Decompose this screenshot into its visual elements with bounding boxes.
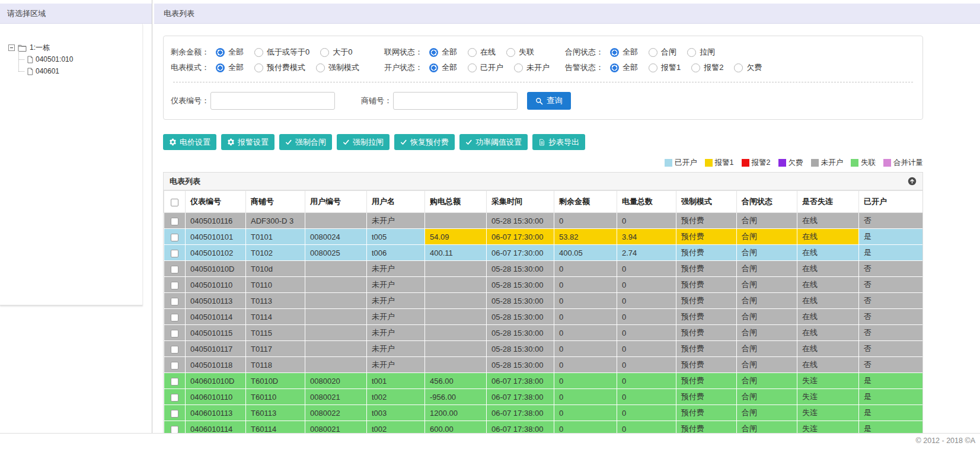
radio-label: 全部 — [228, 47, 244, 58]
radio-option[interactable]: 强制模式 — [316, 62, 359, 73]
table-cell: 0 — [617, 405, 676, 421]
radio-option[interactable]: 合闸 — [649, 47, 676, 58]
radio-option[interactable]: 全部 — [429, 62, 457, 73]
table-cell: 0405010118 — [186, 357, 246, 373]
filter-group: 开户状态：全部已开户未开户 — [384, 62, 565, 73]
row-select-cell — [164, 405, 186, 421]
table-row: 040501010DT010d未开户05-28 15:30:0000预付费合闸在… — [164, 261, 924, 277]
shop-no-input[interactable] — [393, 92, 518, 110]
radio-label: 未开户 — [526, 62, 550, 73]
action-button[interactable]: 强制拉闸 — [337, 134, 390, 150]
radio-label: 报警2 — [704, 62, 723, 73]
row-checkbox[interactable] — [171, 410, 178, 418]
collapse-panel-button[interactable] — [908, 177, 917, 186]
action-button-label: 报警设置 — [238, 137, 269, 148]
table-cell: 是 — [859, 421, 924, 434]
radio-option[interactable]: 欠费 — [734, 62, 762, 73]
radio-label: 全部 — [442, 62, 457, 73]
action-button-label: 抄表导出 — [548, 137, 579, 148]
radio-icon — [468, 63, 477, 72]
table-cell: 05-28 15:30:00 — [487, 213, 554, 229]
table-cell: t003 — [367, 405, 425, 421]
row-select-cell — [164, 309, 186, 325]
radio-option[interactable]: 报警1 — [649, 62, 681, 73]
row-checkbox[interactable] — [171, 426, 178, 433]
row-checkbox[interactable] — [171, 314, 178, 321]
table-cell: 0 — [617, 325, 676, 341]
table-row: 0405010101T01010080024t00554.0906-07 17:… — [164, 229, 924, 245]
row-checkbox[interactable] — [171, 298, 178, 305]
table-row: 0405010113T0113未开户05-28 15:30:0000预付费合闸在… — [164, 293, 924, 309]
tree-node-child[interactable]: 040601 — [23, 65, 139, 77]
radio-option[interactable]: 全部 — [610, 47, 638, 58]
meter-table-panel: 电表列表 仪表编号商铺号用户编号用户名购电总额采集时间剩余金额电量总数强制模式合… — [163, 172, 923, 433]
action-button[interactable]: 抄表导出 — [532, 134, 585, 150]
row-checkbox[interactable] — [171, 362, 178, 370]
tree-node-root[interactable]: 1:一栋 — [8, 42, 139, 53]
filter-row: 剩余金额：全部低于或等于0大于0联网状态：全部在线失联合闸状态：全部合闸拉闸 — [171, 47, 915, 58]
tree-connector — [18, 71, 24, 72]
table-cell: 合闸 — [737, 229, 797, 245]
filter-group-label: 电表模式： — [171, 62, 216, 73]
table-cell: 预付费 — [676, 373, 737, 389]
column-header: 仪表编号 — [186, 191, 246, 213]
radio-option[interactable]: 未开户 — [514, 62, 550, 73]
action-button[interactable]: 恢复预付费 — [394, 134, 455, 150]
table-cell: 0405010101 — [186, 229, 246, 245]
radio-option[interactable]: 拉闸 — [687, 47, 715, 58]
row-checkbox[interactable] — [171, 394, 178, 402]
radio-option[interactable]: 全部 — [610, 62, 638, 73]
radio-option[interactable]: 大于0 — [320, 47, 352, 58]
radio-option[interactable]: 全部 — [216, 47, 244, 58]
row-checkbox[interactable] — [171, 218, 178, 225]
radio-option[interactable]: 失联 — [506, 47, 534, 58]
table-row: 040601010DT6010D0080020t001456.0006-07 1… — [164, 373, 924, 389]
table-cell: 合闸 — [737, 293, 797, 309]
radio-option[interactable]: 预付费模式 — [254, 62, 305, 73]
row-checkbox[interactable] — [171, 282, 178, 289]
select-all-checkbox[interactable] — [171, 199, 178, 206]
table-cell: 0406010114 — [186, 421, 246, 434]
table-cell: 05-28 15:30:00 — [487, 261, 554, 277]
radio-option[interactable]: 低于或等于0 — [254, 47, 309, 58]
legend-item: 合并计量 — [883, 158, 923, 168]
table-cell: 0405010117 — [186, 341, 246, 357]
column-header: 采集时间 — [487, 191, 554, 213]
radio-option[interactable]: 在线 — [468, 47, 496, 58]
query-button[interactable]: 查询 — [527, 92, 571, 110]
radio-option[interactable]: 已开户 — [468, 62, 503, 73]
meter-no-input[interactable] — [210, 92, 335, 110]
row-checkbox[interactable] — [171, 378, 178, 386]
tree-node-child[interactable]: 040501:010 — [23, 53, 139, 65]
table-cell — [305, 309, 367, 325]
table-cell: T0113 — [246, 293, 305, 309]
table-row: 0405010118T0118未开户05-28 15:30:0000预付费合闸在… — [164, 357, 924, 373]
table-cell: T0101 — [246, 229, 305, 245]
row-checkbox[interactable] — [171, 346, 178, 353]
table-cell: 未开户 — [367, 357, 425, 373]
radio-option[interactable]: 全部 — [216, 62, 244, 73]
action-button[interactable]: 强制合闸 — [279, 134, 332, 150]
expander-minus-icon[interactable] — [8, 44, 15, 51]
table-cell: 06-07 17:38:00 — [487, 421, 554, 434]
radio-option[interactable]: 全部 — [429, 47, 457, 58]
row-checkbox[interactable] — [171, 234, 178, 241]
row-checkbox[interactable] — [171, 250, 178, 257]
table-cell: 06-07 17:30:00 — [487, 245, 554, 261]
radio-option[interactable]: 报警2 — [691, 62, 723, 73]
radio-label: 低于或等于0 — [267, 47, 309, 58]
table-cell: 在线 — [797, 341, 859, 357]
table-cell: 53.82 — [554, 229, 617, 245]
gear-icon — [227, 138, 235, 146]
column-header: 用户编号 — [305, 191, 367, 213]
action-button[interactable]: 报警设置 — [221, 134, 274, 150]
action-button[interactable]: 功率阈值设置 — [459, 134, 528, 150]
legend-label: 报警1 — [715, 158, 734, 168]
row-checkbox[interactable] — [171, 266, 178, 273]
radio-label: 全部 — [623, 47, 638, 58]
tree-connector — [18, 59, 24, 60]
action-button[interactable]: 电价设置 — [163, 134, 216, 150]
action-bar: 电价设置报警设置强制合闸强制拉闸恢复预付费功率阈值设置抄表导出 — [163, 134, 980, 150]
table-cell: 合闸 — [737, 373, 797, 389]
row-checkbox[interactable] — [171, 330, 178, 337]
